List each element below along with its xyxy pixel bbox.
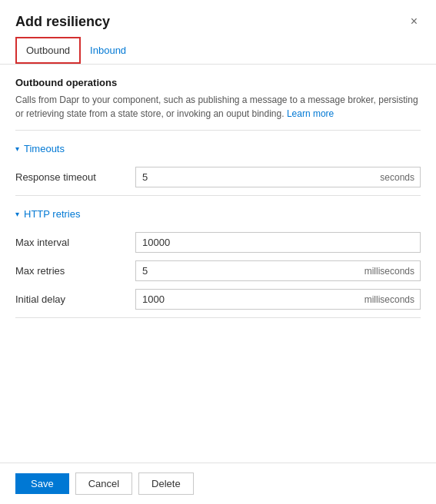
- response-timeout-wrapper: seconds: [135, 167, 421, 187]
- response-timeout-row: Response timeout seconds: [15, 167, 421, 187]
- initial-delay-input[interactable]: [135, 289, 421, 310]
- response-timeout-input[interactable]: [135, 167, 421, 187]
- dialog-footer: Save Cancel Delete: [0, 463, 436, 504]
- http-retries-header[interactable]: ▾ HTTP retries: [15, 204, 421, 224]
- http-retries-label: HTTP retries: [24, 208, 80, 220]
- timeouts-label: Timeouts: [24, 143, 65, 154]
- divider-2: [15, 195, 421, 196]
- outbound-section-title: Outbound operations: [15, 77, 421, 88]
- max-interval-label: Max interval: [15, 237, 123, 248]
- max-retries-input[interactable]: [135, 260, 421, 281]
- timeouts-header[interactable]: ▾ Timeouts: [15, 138, 421, 159]
- initial-delay-wrapper: milliseconds: [135, 289, 421, 310]
- dialog-title: Add resiliency: [15, 14, 110, 30]
- dialog-content: Outbound operations Calls from Dapr to y…: [0, 65, 436, 463]
- timeouts-chevron-icon: ▾: [15, 144, 19, 153]
- delete-button[interactable]: Delete: [138, 472, 194, 495]
- tab-outbound[interactable]: Outbound: [15, 37, 81, 64]
- initial-delay-label: Initial delay: [15, 293, 123, 305]
- divider-3: [15, 317, 421, 318]
- max-retries-label: Max retries: [15, 265, 123, 277]
- divider-1: [15, 130, 421, 131]
- outbound-description: Calls from Dapr to your component, such …: [15, 93, 421, 121]
- cancel-button[interactable]: Cancel: [75, 472, 132, 495]
- initial-delay-row: Initial delay milliseconds: [15, 289, 421, 310]
- tab-inbound[interactable]: Inbound: [81, 37, 135, 64]
- response-timeout-label: Response timeout: [15, 171, 123, 183]
- learn-more-link[interactable]: Learn more: [287, 108, 334, 119]
- outbound-section: Outbound operations Calls from Dapr to y…: [15, 77, 421, 121]
- max-interval-input[interactable]: [135, 232, 421, 253]
- max-interval-wrapper: [135, 232, 421, 253]
- max-retries-row: Max retries milliseconds: [15, 260, 421, 281]
- save-button[interactable]: Save: [15, 473, 69, 494]
- max-retries-wrapper: milliseconds: [135, 260, 421, 281]
- max-interval-row: Max interval: [15, 232, 421, 253]
- add-resiliency-dialog: Add resiliency × Outbound Inbound Outbou…: [0, 0, 436, 504]
- dialog-header: Add resiliency ×: [0, 0, 436, 37]
- tabs-container: Outbound Inbound: [0, 37, 436, 65]
- close-button[interactable]: ×: [408, 12, 421, 31]
- http-retries-chevron-icon: ▾: [15, 210, 19, 218]
